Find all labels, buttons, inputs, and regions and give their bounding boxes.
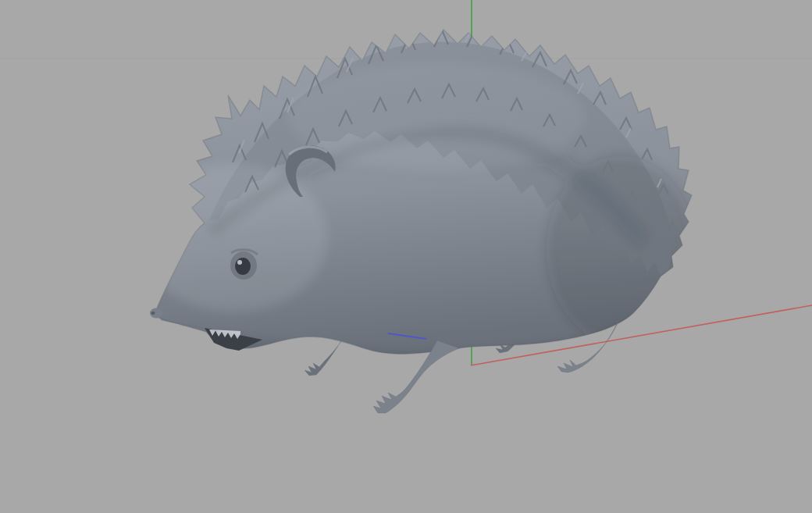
viewport-canvas[interactable] (0, 0, 812, 513)
eye-highlight (237, 260, 242, 265)
viewport (0, 0, 812, 513)
eye (235, 258, 251, 275)
nostril (151, 312, 155, 315)
